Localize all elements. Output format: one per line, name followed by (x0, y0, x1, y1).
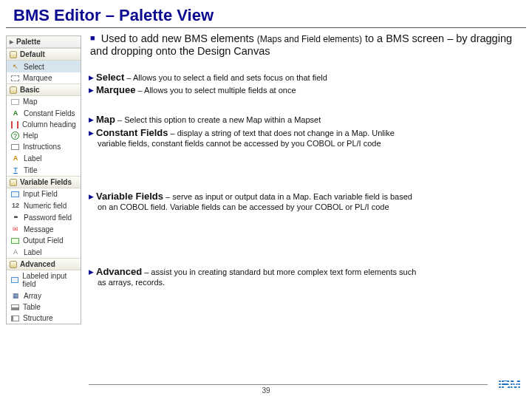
desc-var-name: Variable Fields (96, 191, 163, 202)
structure-icon (11, 316, 19, 321)
palette-item-structure[interactable]: Structure (7, 313, 81, 324)
title-icon: T (11, 166, 20, 174)
palette-item-label[interactable]: ALabel (7, 246, 81, 258)
map-icon (11, 99, 19, 105)
palette-item-instructions[interactable]: Instructions (7, 141, 81, 152)
palette-item-label: Marquee (23, 74, 52, 82)
palette-section-advanced[interactable]: Advanced (7, 258, 81, 270)
palette-item-constant-fields[interactable]: AConstant Fields (7, 107, 81, 119)
palette-item-marquee[interactable]: Marquee (7, 72, 81, 83)
ibm-logo: IBM (498, 378, 520, 393)
desc-map-text: – Select this option to create a new Map… (115, 115, 321, 124)
desc-const-text: – display a string of text that does not… (168, 129, 395, 137)
desc-constant: ▶Constant Fields – display a string of t… (89, 127, 529, 149)
palette-item-select[interactable]: ↖Select (7, 61, 81, 72)
arrow-icon: ▶ (89, 193, 94, 201)
palette-item-label: Numeric field (24, 202, 66, 210)
palette-item-labeled-input-field[interactable]: Labeled input field (7, 270, 81, 290)
palette-item-label: Array (24, 292, 41, 300)
arrow-icon: ▶ (89, 116, 94, 124)
desc-map-name: Map (96, 114, 115, 125)
palette-item-label: Message (24, 225, 54, 233)
desc-advanced: ▶Advanced – assist you in creating stand… (89, 266, 529, 288)
palette-item-title[interactable]: TTitle (7, 164, 81, 176)
palette-item-label: Labeled input field (22, 272, 78, 288)
table-icon (11, 304, 19, 310)
palette-item-column-heading[interactable]: Column heading (7, 119, 81, 130)
palette-section-label: Variable Fields (20, 178, 72, 186)
constant-fields-icon: A (11, 109, 20, 117)
instructions-icon (11, 144, 19, 150)
chevron-right-icon: ▶ (10, 39, 13, 45)
palette-item-label: Instructions (23, 143, 61, 151)
palette-item-map[interactable]: Map (7, 96, 81, 107)
palette-section-label: Advanced (20, 260, 55, 268)
palette-section-default[interactable]: Default (7, 48, 81, 61)
desc-const-cont: variable fields, constant fields cannot … (98, 139, 529, 149)
palette-item-output-field[interactable]: Output Field (7, 235, 81, 246)
palette-item-message[interactable]: ✉Message (7, 223, 81, 235)
desc-marquee: ▶Marquee – Allows you to select multiple… (89, 84, 529, 96)
output-field-icon (11, 238, 19, 244)
arrow-icon: ▶ (89, 86, 94, 95)
palette-item-label: Structure (23, 314, 53, 322)
desc-adv-cont: as arrays, records. (98, 278, 529, 288)
help-icon: ? (11, 132, 19, 140)
palette-item-label: Output Field (23, 236, 63, 245)
desc-group-basic: ▶Map – Select this option to create a ne… (89, 114, 529, 149)
palette-header[interactable]: ▶Palette (7, 36, 81, 48)
palette-item-array[interactable]: ▦Array (7, 290, 81, 301)
palette-item-label[interactable]: ALabel (7, 152, 81, 164)
desc-group-variable: ▶Variable Fields – serve as input or out… (89, 191, 529, 213)
palette-item-label: Map (23, 98, 37, 106)
intro-paren: (Maps and Field elements) (257, 34, 362, 44)
palette-section-variable-fields[interactable]: Variable Fields (7, 176, 81, 188)
password-field-icon: •• (11, 213, 20, 222)
arrow-icon: ▶ (89, 268, 94, 276)
palette-item-label: Label (24, 154, 41, 163)
palette-item-label: Password field (24, 214, 72, 222)
numeric-field-icon: 12 (11, 201, 20, 210)
palette-item-label: Help (23, 132, 38, 140)
desc-select-text: – Allows you to select a field and sets … (124, 73, 327, 82)
intro-lead: Used to add new BMS elements (101, 33, 257, 44)
footer-rule (89, 384, 488, 385)
footer: 39 (0, 384, 532, 395)
palette-section-basic[interactable]: Basic (7, 83, 81, 96)
drawer-icon (10, 261, 17, 268)
desc-const-name: Constant Fields (96, 127, 168, 138)
palette-item-input-field[interactable]: Input Field (7, 188, 81, 200)
desc-adv-text: – assist you in creating standard but mo… (142, 267, 416, 276)
desc-var-text: – serve as input or output data in a Map… (163, 192, 412, 201)
slide-title: BMS Editor – Palette View (6, 0, 526, 28)
palette-item-label: Table (23, 303, 41, 311)
palette-item-password-field[interactable]: ••Password field (7, 211, 81, 223)
array-icon: ▦ (11, 291, 20, 300)
palette-section-label: Default (20, 50, 45, 58)
desc-var-cont: on an COBOL field. Variable fields can b… (98, 202, 529, 213)
desc-group-default: ▶Select – Allows you to select a field a… (89, 72, 529, 97)
palette-item-help[interactable]: ?Help (7, 130, 81, 141)
desc-variable: ▶Variable Fields – serve as input or out… (89, 191, 529, 213)
palette-item-label: Label (24, 248, 41, 256)
right-column: ■ Used to add new BMS elements (Maps and… (80, 33, 529, 324)
page-number: 39 (0, 386, 532, 395)
drawer-icon (10, 86, 17, 94)
desc-group-advanced: ▶Advanced – assist you in creating stand… (89, 266, 529, 288)
palette-item-label: Column heading (22, 120, 76, 129)
palette-item-label: Constant Fields (24, 109, 75, 117)
select-icon: ↖ (11, 62, 20, 71)
palette-item-label: Select (24, 63, 44, 71)
slide-body: x ▶PaletteDefault↖SelectMarqueeBasicMapA… (0, 33, 532, 324)
input-field-icon (11, 191, 19, 197)
desc-select: ▶Select – Allows you to select a field a… (89, 72, 529, 83)
palette-section-label: Basic (20, 86, 40, 94)
marquee-icon (11, 75, 19, 81)
desc-marquee-text: – Allows you to select multiple fields a… (135, 86, 296, 95)
palette-item-numeric-field[interactable]: 12Numeric field (7, 200, 81, 211)
palette-item-label: Input Field (23, 190, 58, 198)
palette-header-label: Palette (16, 38, 41, 46)
palette-item-table[interactable]: Table (7, 301, 81, 313)
desc-map: ▶Map – Select this option to create a ne… (89, 114, 529, 126)
desc-adv-name: Advanced (96, 266, 142, 277)
